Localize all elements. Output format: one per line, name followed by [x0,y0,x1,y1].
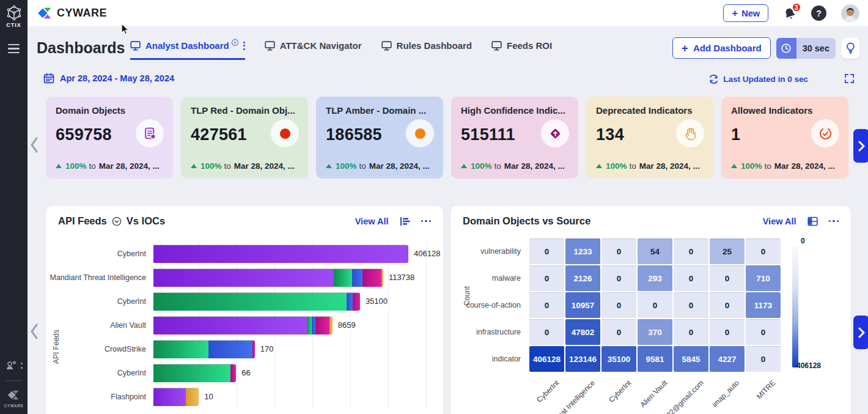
tab-analyst-dashboard[interactable]: Analyst Dashboard i [130,40,245,60]
refresh-interval-control[interactable]: 30 sec [776,38,836,59]
heatmap-cell[interactable]: 370 [638,319,672,345]
notifications-button[interactable]: 3 [783,7,796,20]
bar-stack[interactable] [153,292,360,311]
bar-segment-orange[interactable] [329,317,332,335]
heatmap-cell[interactable]: 0 [529,265,564,291]
heatmap-cell[interactable]: 10957 [565,292,600,318]
cards-prev-arrow[interactable] [30,137,39,153]
heatmap-cell[interactable]: 0 [601,319,636,345]
bar-segment-magenta[interactable] [353,293,360,311]
date-range-picker[interactable]: Apr 28, 2024 - May 28, 2024 [43,73,174,84]
heatmap-cell[interactable]: 1233 [565,238,600,264]
api-feeds-options-icon[interactable] [421,220,432,223]
heatmap-cell[interactable]: 123146 [565,346,600,372]
add-dashboard-button[interactable]: + Add Dashboard [672,37,771,59]
bar-segment-green[interactable] [153,341,208,358]
heatmap-cell[interactable]: 0 [529,292,564,318]
stat-card-tlp-red[interactable]: TLP Red - Domain Obj... 427561 100% to M… [181,97,308,179]
dimension-dropdown-icon[interactable] [112,216,122,226]
heatmap-cell[interactable]: 0 [674,292,708,318]
bar-stack[interactable] [153,340,255,358]
panels-prev-arrow[interactable] [30,323,39,339]
bar-segment-orange[interactable] [186,388,199,406]
bar-segment-green[interactable] [307,317,312,335]
heatmap-cell[interactable]: 0 [674,319,708,345]
new-button[interactable]: + New [723,4,768,22]
heatmap-cell[interactable]: 35100 [601,346,636,372]
menu-icon[interactable] [8,44,20,53]
stat-card-allowed[interactable]: Allowed Indicators 1 100% to Mar 28, 202… [721,97,848,179]
tab-options-icon[interactable] [243,42,245,50]
bar-stack[interactable] [153,268,383,287]
heatmap-cell[interactable]: 0 [638,292,672,318]
insights-button[interactable] [841,38,859,59]
last-updated[interactable]: Last Updated in 0 sec [708,74,808,84]
cards-next-arrow[interactable] [853,129,868,163]
ctix-logo[interactable]: CTIX [6,5,22,28]
bar-segment-magenta[interactable] [315,317,329,335]
api-feeds-view-all[interactable]: View All [355,216,389,226]
bar-segment-purple[interactable] [153,388,186,406]
bar-chart-type-icon[interactable] [400,216,410,226]
bar-segment-blue[interactable] [347,293,353,311]
bar-stack[interactable] [153,245,408,263]
heatmap-options-icon[interactable] [829,220,839,223]
heatmap-cell[interactable]: 0 [601,238,636,264]
table-chart-type-icon[interactable] [807,216,818,226]
heatmap-cell[interactable]: 4227 [710,346,745,372]
stat-card-deprecated[interactable]: Deprecated Indicators 134 100% to Mar 28… [586,97,713,179]
avatar[interactable] [841,4,859,23]
help-button[interactable]: ? [811,6,826,21]
heatmap-cell[interactable]: 2126 [565,265,600,291]
user-menu-dots-icon[interactable] [21,363,23,369]
heatmap-cell[interactable]: 0 [746,346,781,372]
panels-next-arrow[interactable] [853,316,868,349]
heatmap-cell[interactable]: 0 [601,292,636,318]
sidebar-user-settings[interactable] [5,360,23,372]
bar-segment-orange[interactable] [381,269,383,287]
heatmap-view-all[interactable]: View All [763,216,796,226]
tab-attck-navigator[interactable]: ATT&CK Navigator [265,40,362,58]
stat-card-domain-objects[interactable]: Domain Objects 659758 100% to Mar 28, 20… [46,97,173,179]
cyware-logo[interactable]: CYWARE [37,6,107,21]
heatmap-cell[interactable]: 25 [710,238,745,264]
heatmap-cell[interactable]: 5845 [674,346,708,372]
heatmap-cell[interactable]: 9581 [638,346,672,372]
heatmap-cell[interactable]: 0 [746,319,781,345]
stat-card-tlp-amber[interactable]: TLP Amber - Domain ... 186585 100% to Ma… [316,97,443,179]
heatmap-cell[interactable]: 0 [746,238,781,264]
bar-segment-green[interactable] [153,293,347,311]
bar-segment-blue[interactable] [208,341,253,358]
heatmap-cell[interactable]: 0 [601,265,636,291]
bar-segment-purple[interactable] [153,317,307,335]
heatmap-cell[interactable]: 0 [674,238,708,264]
heatmap-cell[interactable]: 0 [529,238,564,264]
bar-stack[interactable] [153,316,333,335]
bar-segment-magenta[interactable] [362,269,381,287]
bar-segment-green[interactable] [334,269,352,287]
heatmap-cell[interactable]: 293 [638,265,672,291]
stat-card-high-confidence[interactable]: High Confidence Indic... 515111 100% to … [451,97,578,179]
tab-feeds-roi[interactable]: Feeds ROI [491,40,552,58]
heatmap-cell[interactable]: 406128 [529,346,564,372]
fullscreen-button[interactable] [844,73,855,84]
heatmap-cell[interactable]: 1173 [746,292,781,318]
bar-segment-blue[interactable] [352,269,362,287]
bar-segment-purple[interactable] [153,245,408,263]
heatmap-cell[interactable]: 0 [674,265,708,291]
heatmap-cell[interactable]: 47802 [565,319,600,345]
bar-segment-green[interactable] [153,364,230,382]
tab-rules-dashboard[interactable]: Rules Dashboard [381,40,472,58]
heatmap-cell[interactable]: 0 [710,265,745,291]
info-icon[interactable]: i [232,39,238,46]
heatmap-cell[interactable]: 54 [638,238,672,264]
bar-stack[interactable] [153,364,236,382]
bar-segment-magenta[interactable] [252,341,254,358]
bar-segment-purple[interactable] [153,269,334,287]
heatmap-cell[interactable]: 710 [746,265,781,291]
bar-segment-magenta[interactable] [230,364,236,382]
heatmap-cell[interactable]: 0 [529,319,564,345]
heatmap-cell[interactable]: 0 [710,319,745,345]
bar-stack[interactable] [153,388,199,406]
heatmap-cell[interactable]: 0 [710,292,745,318]
